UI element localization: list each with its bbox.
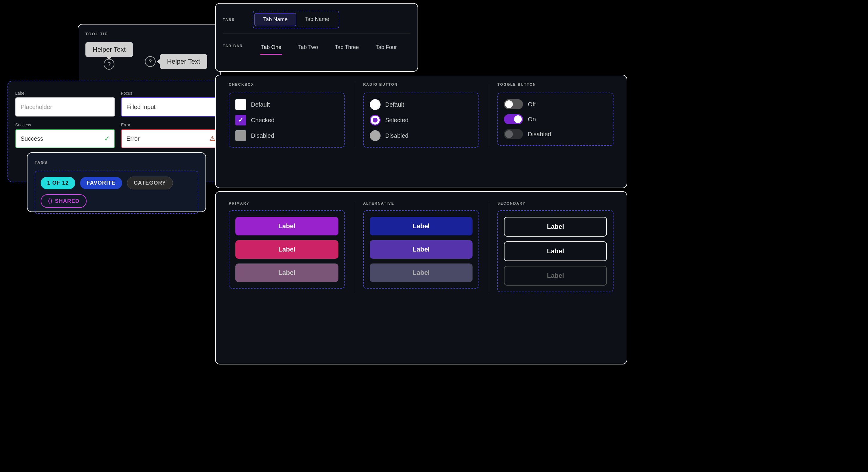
toggle-on[interactable] bbox=[504, 114, 523, 124]
btn-divider-2 bbox=[488, 201, 488, 292]
checkbox-disabled-label: Disabled bbox=[251, 132, 274, 139]
checkbox-disabled-row: Disabled bbox=[236, 130, 338, 141]
radio-selected-label: Selected bbox=[385, 117, 409, 124]
tags-inner: 1 OF 12 FAVORITE CATEGORY ⟨⟩ SHARED bbox=[35, 170, 198, 214]
tabs-section-label: TABS bbox=[223, 18, 247, 22]
checkbox-checked[interactable]: ✓ bbox=[236, 115, 246, 125]
alt-btn-1[interactable]: Label bbox=[370, 217, 473, 235]
input-grid: Label Placeholder Focus Filled Input Suc… bbox=[15, 91, 221, 148]
tooltip-panel: TOOL TIP Helper Text ? ? Helper Text bbox=[78, 24, 221, 90]
btn-cols: PRIMARY Label Label Label ALTERNATIVE La… bbox=[223, 201, 619, 292]
tooltip-item-2: ? Helper Text bbox=[145, 54, 207, 69]
tooltip-bubble-2: Helper Text bbox=[160, 54, 207, 69]
success-icon: ✓ bbox=[104, 135, 110, 143]
radio-default-label: Default bbox=[385, 101, 404, 108]
radio-default-row: Default bbox=[370, 99, 473, 110]
tab-name-2[interactable]: Tab Name bbox=[296, 13, 338, 26]
input-success-label: Success bbox=[15, 123, 115, 127]
toggle-disabled-label: Disabled bbox=[528, 131, 551, 138]
error-icon: ⚠ bbox=[209, 135, 215, 143]
tabs-dashed-box: Tab Name Tab Name bbox=[253, 11, 339, 28]
divider-1 bbox=[354, 83, 354, 148]
tag-count[interactable]: 1 OF 12 bbox=[41, 177, 75, 189]
input-error-label: Error bbox=[121, 123, 221, 127]
input-focus-label: Focus bbox=[121, 91, 221, 96]
tags-panel: TAGS 1 OF 12 FAVORITE CATEGORY ⟨⟩ SHARED bbox=[27, 152, 206, 212]
primary-inner: Label Label Label bbox=[229, 210, 345, 289]
radio-inner-dot bbox=[373, 118, 377, 123]
tab-bar-two[interactable]: Tab Two bbox=[290, 41, 327, 54]
alt-inner: Label Label Label bbox=[363, 210, 479, 289]
input-success[interactable]: Success ✓ bbox=[15, 129, 115, 148]
toggle-off-label: Off bbox=[528, 101, 535, 108]
toggle-off[interactable] bbox=[504, 99, 523, 109]
toggle-disabled-row: Disabled bbox=[504, 129, 607, 139]
tab-bar-four[interactable]: Tab Four bbox=[367, 41, 405, 54]
primary-col: PRIMARY Label Label Label bbox=[223, 201, 351, 292]
primary-btn-3: Label bbox=[236, 263, 338, 282]
secondary-col-label: SECONDARY bbox=[497, 201, 614, 206]
checkbox-default[interactable] bbox=[236, 99, 246, 110]
secondary-btn-1[interactable]: Label bbox=[504, 217, 607, 237]
input-group-focus: Focus Filled Input bbox=[121, 91, 221, 117]
tab-bar-three[interactable]: Tab Three bbox=[327, 41, 367, 54]
alt-btn-3: Label bbox=[370, 263, 473, 282]
input-error[interactable]: Error ⚠ bbox=[121, 129, 221, 148]
radio-selected[interactable] bbox=[370, 115, 380, 125]
primary-btn-1[interactable]: Label bbox=[236, 217, 338, 235]
tab-bar-one[interactable]: Tab One bbox=[253, 41, 290, 54]
input-group-success: Success Success ✓ bbox=[15, 123, 115, 148]
tooltip-container: Helper Text ? ? Helper Text bbox=[86, 42, 213, 70]
tag-shared[interactable]: ⟨⟩ SHARED bbox=[41, 194, 87, 208]
primary-col-label: PRIMARY bbox=[229, 201, 345, 206]
toggle-on-row: On bbox=[504, 114, 607, 124]
divider-2 bbox=[488, 83, 488, 148]
checkbox-checked-row: ✓ Checked bbox=[236, 115, 338, 125]
tabbar-row: TAB BAR Tab One Tab Two Tab Three Tab Fo… bbox=[223, 33, 410, 54]
tabs-panel: TABS Tab Name Tab Name TAB BAR Tab One T… bbox=[215, 3, 418, 72]
tabs-row: TABS Tab Name Tab Name bbox=[223, 11, 410, 28]
radio-disabled bbox=[370, 130, 380, 141]
checkmark-icon: ✓ bbox=[238, 116, 243, 124]
toggle-col: TOGGLE BUTTON Off On bbox=[491, 83, 619, 148]
input-group-error: Error Error ⚠ bbox=[121, 123, 221, 148]
secondary-btn-2[interactable]: Label bbox=[504, 241, 607, 261]
input-placeholder[interactable]: Placeholder bbox=[15, 97, 115, 117]
checkbox-disabled bbox=[236, 130, 246, 141]
input-filled[interactable]: Filled Input bbox=[121, 97, 221, 117]
tabbar-section-label: TAB BAR bbox=[223, 44, 247, 48]
tab-name-1[interactable]: Tab Name bbox=[254, 13, 296, 26]
radio-disabled-label: Disabled bbox=[385, 132, 409, 139]
checkbox-inner: Default ✓ Checked Disabled bbox=[229, 93, 345, 148]
secondary-inner: Label Label Label bbox=[497, 210, 614, 292]
toggle-thumb-off bbox=[505, 100, 513, 108]
primary-btn-2[interactable]: Label bbox=[236, 240, 338, 259]
tag-favorite[interactable]: FAVORITE bbox=[80, 177, 122, 189]
checkbox-default-label: Default bbox=[251, 101, 270, 108]
toggle-inner: Off On Disabled bbox=[497, 93, 614, 146]
tag-category[interactable]: CATEGORY bbox=[127, 177, 173, 189]
question-icon-1[interactable]: ? bbox=[104, 59, 115, 70]
toggle-disabled bbox=[504, 129, 523, 139]
checkbox-col-label: CHECKBOX bbox=[229, 83, 345, 87]
checkbox-col: CHECKBOX Default ✓ Checked Disabled bbox=[223, 83, 351, 148]
question-icon-2[interactable]: ? bbox=[145, 56, 156, 67]
toggle-off-row: Off bbox=[504, 99, 607, 109]
share-icon: ⟨⟩ bbox=[48, 198, 53, 204]
toggle-on-label: On bbox=[528, 116, 536, 123]
alt-btn-2[interactable]: Label bbox=[370, 240, 473, 259]
checkbox-checked-label: Checked bbox=[251, 117, 275, 124]
alt-col-label: ALTERNATIVE bbox=[363, 201, 479, 206]
btn-divider-1 bbox=[354, 201, 354, 292]
tab-bar: Tab One Tab Two Tab Three Tab Four bbox=[253, 41, 405, 54]
buttons-panel: PRIMARY Label Label Label ALTERNATIVE La… bbox=[215, 191, 627, 365]
tooltip-item-1: Helper Text ? bbox=[86, 42, 133, 70]
secondary-col: SECONDARY Label Label Label bbox=[491, 201, 619, 292]
radio-default[interactable] bbox=[370, 99, 380, 110]
radio-selected-row: Selected bbox=[370, 115, 473, 125]
checkbox-default-row: Default bbox=[236, 99, 338, 110]
input-label-label: Label bbox=[15, 91, 115, 96]
tags-label: TAGS bbox=[35, 160, 198, 165]
alt-col: ALTERNATIVE Label Label Label bbox=[357, 201, 485, 292]
tooltip-label: TOOL TIP bbox=[86, 32, 213, 36]
